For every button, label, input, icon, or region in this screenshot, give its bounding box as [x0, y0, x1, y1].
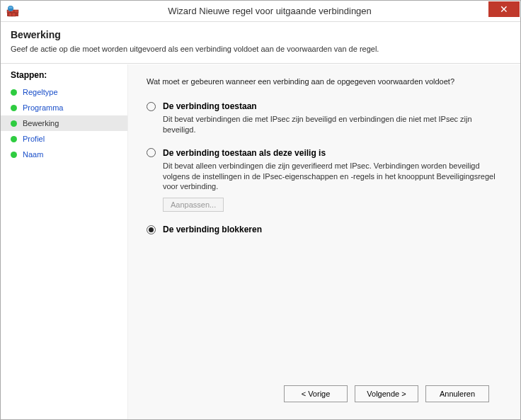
bullet-icon — [11, 152, 17, 158]
back-button[interactable]: < Vorige — [284, 385, 348, 402]
option-allow: De verbinding toestaan Dit bevat verbind… — [147, 101, 502, 135]
step-bewerking[interactable]: Bewerking — [1, 115, 127, 131]
page-title: Bewerking — [11, 29, 510, 40]
step-programma[interactable]: Programma — [1, 100, 127, 115]
option-allow-secure-radio-row[interactable]: De verbinding toestaan als deze veilig i… — [147, 148, 502, 158]
bullet-icon — [11, 136, 17, 142]
cancel-button[interactable]: Annuleren — [425, 385, 489, 402]
option-allow-label: De verbinding toestaan — [163, 101, 257, 111]
close-button[interactable]: ✕ — [488, 1, 520, 17]
bullet-icon — [11, 105, 17, 111]
option-block: De verbinding blokkeren — [147, 225, 502, 234]
next-button[interactable]: Volgende > — [355, 385, 418, 402]
step-naam[interactable]: Naam — [1, 147, 127, 162]
svg-rect-3 — [14, 10, 18, 13]
wizard-header: Bewerking Geef de actie op die moet word… — [1, 22, 520, 64]
wizard-body: Stappen: Regeltype Programma Bewerking P… — [1, 64, 520, 419]
option-allow-secure: De verbinding toestaan als deze veilig i… — [147, 148, 502, 212]
radio-allow[interactable] — [147, 102, 156, 111]
option-block-label: De verbinding blokkeren — [163, 225, 262, 234]
titlebar: Wizard Nieuwe regel voor uitgaande verbi… — [1, 1, 520, 22]
option-allow-radio-row[interactable]: De verbinding toestaan — [147, 101, 502, 111]
window-title: Wizard Nieuwe regel voor uitgaande verbi… — [19, 6, 520, 16]
step-label: Programma — [23, 103, 63, 112]
step-label: Naam — [23, 150, 43, 159]
radio-block[interactable] — [147, 225, 156, 234]
option-allow-desc: Dit bevat verbindingen die met IPsec zij… — [163, 114, 502, 135]
close-icon: ✕ — [500, 4, 508, 15]
wizard-window: Wizard Nieuwe regel voor uitgaande verbi… — [0, 0, 521, 420]
step-label: Regeltype — [23, 88, 58, 96]
steps-title: Stappen: — [1, 70, 127, 84]
firewall-icon — [6, 5, 19, 18]
page-subtitle: Geef de actie op die moet worden uitgevo… — [11, 45, 510, 53]
step-regeltype[interactable]: Regeltype — [1, 84, 127, 100]
customize-button: Aanpassen... — [163, 198, 224, 212]
steps-sidebar: Stappen: Regeltype Programma Bewerking P… — [1, 64, 128, 419]
step-label: Bewerking — [23, 119, 59, 127]
option-allow-secure-label: De verbinding toestaan als deze veilig i… — [163, 148, 326, 158]
question-text: Wat moet er gebeuren wanneer een verbind… — [147, 77, 502, 86]
radio-allow-secure[interactable] — [147, 148, 156, 157]
footer: < Vorige Volgende > Annuleren — [147, 378, 502, 412]
step-label: Profiel — [23, 135, 45, 143]
content-pane: Wat moet er gebeuren wanneer een verbind… — [128, 64, 520, 419]
svg-rect-4 — [8, 13, 12, 16]
svg-rect-5 — [12, 13, 16, 16]
option-block-radio-row[interactable]: De verbinding blokkeren — [147, 225, 502, 234]
bullet-icon — [11, 120, 17, 127]
step-profiel[interactable]: Profiel — [1, 131, 127, 147]
bullet-icon — [11, 89, 17, 96]
spacer — [147, 247, 502, 378]
option-allow-secure-desc: Dit bevat alleen verbindingen die zijn g… — [163, 161, 502, 193]
